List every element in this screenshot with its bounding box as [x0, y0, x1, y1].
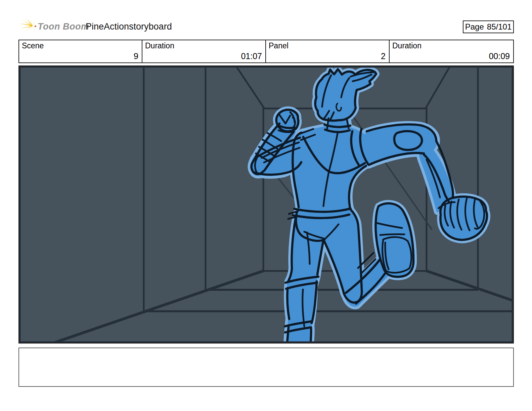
toon-boom-logo-icon — [19, 18, 37, 35]
info-value: 01:07 — [241, 51, 262, 61]
info-label: Duration — [392, 41, 422, 50]
caption-box — [18, 348, 514, 387]
panel-info-row: Scene 9 Duration 01:07 Panel 2 Duration … — [18, 40, 514, 63]
info-value: 9 — [134, 51, 138, 61]
info-label: Panel — [269, 41, 289, 50]
page-label: Page — [465, 22, 484, 32]
info-cell-panel: Panel 2 — [265, 40, 389, 62]
storyboard-drawing — [18, 65, 514, 344]
document-title: PineActionstoryboard — [86, 21, 172, 32]
info-cell-panel-duration: Duration 00:09 — [389, 40, 513, 62]
storyboard-panel — [18, 65, 514, 344]
info-value: 2 — [381, 51, 386, 61]
page-value: 85/101 — [487, 22, 512, 32]
info-value: 00:09 — [489, 51, 510, 61]
info-cell-scene: Scene 9 — [19, 40, 142, 62]
info-label: Duration — [145, 41, 174, 50]
page-number-box: Page85/101 — [463, 20, 514, 33]
page-header: Toon Boom PineActionstoryboard Page85/10… — [0, 0, 532, 40]
toon-boom-wordmark: Toon Boom — [38, 21, 89, 32]
info-cell-scene-duration: Duration 01:07 — [142, 40, 265, 62]
info-label: Scene — [22, 41, 44, 50]
